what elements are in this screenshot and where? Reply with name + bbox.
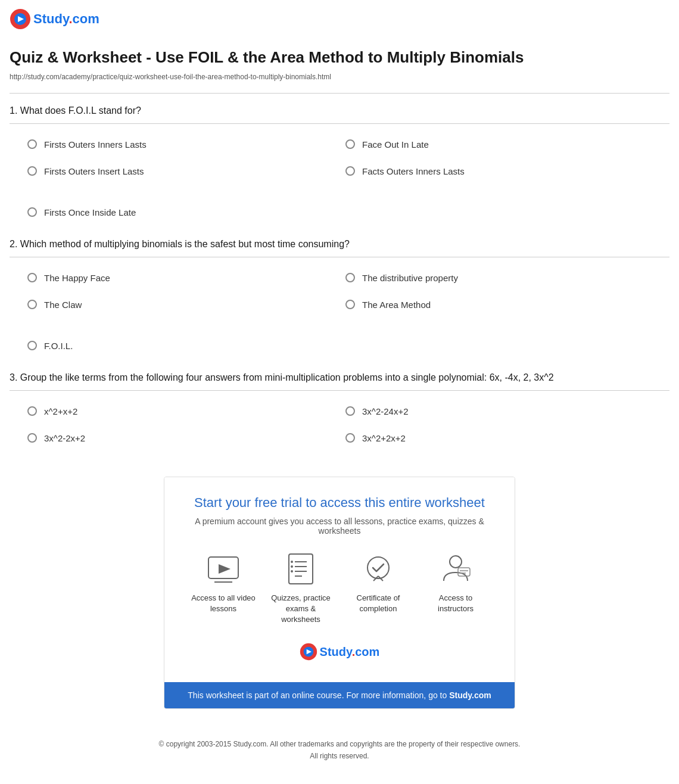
q3-radio-b[interactable] <box>345 406 355 416</box>
cta-feature-video: Access to all video lessons <box>191 550 256 626</box>
cta-footer: This worksheet is part of an online cour… <box>164 682 515 708</box>
q1-label-d: Facts Outers Inners Lasts <box>362 166 465 176</box>
q2-options-single: F.O.I.L. <box>10 325 669 366</box>
question-3-section: 3. Group the like terms from the followi… <box>0 366 679 459</box>
q3-option-b[interactable]: 3x^2-24x+2 <box>340 398 658 425</box>
q3-label-b: 3x^2-24x+2 <box>362 406 409 416</box>
page-title: Quiz & Worksheet - Use FOIL & the Area M… <box>10 48 669 68</box>
q1-label-c: Firsts Outers Insert Lasts <box>44 166 144 176</box>
q2-label-d: The Area Method <box>362 300 431 310</box>
q2-option-a[interactable]: The Happy Face <box>21 265 340 291</box>
q3-radio-a[interactable] <box>27 406 37 416</box>
svg-point-13 <box>291 570 293 573</box>
cta-logo: Study.com <box>188 637 491 670</box>
cta-subtitle: A premium account gives you access to al… <box>188 517 491 536</box>
q2-option-d[interactable]: The Area Method <box>340 291 658 318</box>
cta-feature-certificate: Certificate of completion <box>345 550 411 626</box>
q2-label-b: The distributive property <box>362 273 458 283</box>
video-icon <box>204 550 242 588</box>
cta-logo-icon <box>300 643 317 661</box>
q1-option-a[interactable]: Firsts Outers Inners Lasts <box>21 131 340 158</box>
cta-feature-quizzes: Quizzes, practice exams & worksheets <box>268 550 334 626</box>
question-2-text: 2. Which method of multiplying binomials… <box>10 239 669 250</box>
q1-radio-c[interactable] <box>27 166 37 176</box>
q3-option-a[interactable]: x^2+x+2 <box>21 398 340 425</box>
q1-radio-a[interactable] <box>27 139 37 149</box>
cta-quizzes-label: Quizzes, practice exams & worksheets <box>268 593 334 626</box>
quiz-icon <box>282 550 320 588</box>
copyright: © copyright 2003-2015 Study.com. All oth… <box>0 727 679 779</box>
cta-logo-text: Study.com <box>320 645 380 659</box>
q3-option-d[interactable]: 3x^2+2x+2 <box>340 425 658 452</box>
cta-inner: Start your free trial to access this ent… <box>164 477 515 683</box>
q3-label-a: x^2+x+2 <box>44 406 77 416</box>
q1-radio-d[interactable] <box>345 166 355 176</box>
cta-video-label: Access to all video lessons <box>191 593 256 614</box>
cta-instructors-label: Access to instructors <box>423 593 488 614</box>
cta-features: Access to all video lessons <box>188 550 491 626</box>
header: Study.com <box>0 0 679 36</box>
q2-label-c: The Claw <box>44 300 82 310</box>
q2-option-c[interactable]: The Claw <box>21 291 340 318</box>
logo[interactable]: Study.com <box>10 8 99 30</box>
logo-icon <box>10 8 31 30</box>
logo-text: Study.com <box>33 11 99 27</box>
cta-feature-instructors: Access to instructors <box>423 550 488 626</box>
q1-label-a: Firsts Outers Inners Lasts <box>44 139 147 150</box>
copyright-line2: All rights reserved. <box>0 751 679 762</box>
q1-option-b[interactable]: Face Out In Late <box>340 131 658 158</box>
q1-label-e: Firsts Once Inside Late <box>44 207 136 217</box>
q2-options: The Happy Face The distributive property… <box>10 257 669 325</box>
q1-option-d[interactable]: Facts Outers Inners Lasts <box>340 158 658 185</box>
q1-options: Firsts Outers Inners Lasts Face Out In L… <box>10 124 669 192</box>
question-1-text: 1. What does F.O.I.L stand for? <box>10 105 669 116</box>
q2-radio-c[interactable] <box>27 300 37 309</box>
q2-option-e[interactable]: F.O.I.L. <box>21 332 658 359</box>
q3-option-c[interactable]: 3x^2-2x+2 <box>21 425 340 452</box>
q2-radio-d[interactable] <box>345 300 355 309</box>
q3-label-c: 3x^2-2x+2 <box>44 433 85 443</box>
q2-radio-e[interactable] <box>27 341 37 350</box>
q3-radio-d[interactable] <box>345 433 355 443</box>
svg-marker-4 <box>219 564 231 574</box>
q2-option-b[interactable]: The distributive property <box>340 265 658 291</box>
instructor-icon <box>437 550 475 588</box>
question-1-section: 1. What does F.O.I.L stand for? Firsts O… <box>0 94 679 233</box>
svg-point-11 <box>291 561 293 563</box>
svg-rect-6 <box>289 554 313 584</box>
q1-label-b: Face Out In Late <box>362 139 429 150</box>
cta-footer-link[interactable]: Study.com <box>449 690 491 700</box>
q1-option-c[interactable]: Firsts Outers Insert Lasts <box>21 158 340 185</box>
page-url: http://study.com/academy/practice/quiz-w… <box>10 73 669 81</box>
q3-radio-c[interactable] <box>27 433 37 443</box>
svg-point-14 <box>367 557 389 578</box>
cta-certificate-label: Certificate of completion <box>345 593 411 614</box>
q2-label-a: The Happy Face <box>44 273 110 283</box>
svg-point-17 <box>450 556 462 568</box>
q1-radio-b[interactable] <box>345 139 355 149</box>
certificate-icon <box>359 550 397 588</box>
svg-point-12 <box>291 565 293 568</box>
question-3-text: 3. Group the like terms from the followi… <box>10 372 669 383</box>
q2-label-e: F.O.I.L. <box>44 341 73 351</box>
q2-radio-b[interactable] <box>345 273 355 282</box>
q3-label-d: 3x^2+2x+2 <box>362 433 406 443</box>
cta-footer-text: This worksheet is part of an online cour… <box>188 690 449 700</box>
q2-radio-a[interactable] <box>27 273 37 282</box>
cta-box: Start your free trial to access this ent… <box>164 477 515 710</box>
q3-options: x^2+x+2 3x^2-24x+2 3x^2-2x+2 3x^2+2x+2 <box>10 391 669 459</box>
q1-options-single: Firsts Once Inside Late <box>10 192 669 233</box>
copyright-line1: © copyright 2003-2015 Study.com. All oth… <box>0 739 679 750</box>
question-2-section: 2. Which method of multiplying binomials… <box>0 233 679 366</box>
q1-radio-e[interactable] <box>27 207 37 217</box>
q1-option-e[interactable]: Firsts Once Inside Late <box>21 199 658 226</box>
cta-title: Start your free trial to access this ent… <box>188 495 491 511</box>
title-area: Quiz & Worksheet - Use FOIL & the Area M… <box>0 36 679 93</box>
